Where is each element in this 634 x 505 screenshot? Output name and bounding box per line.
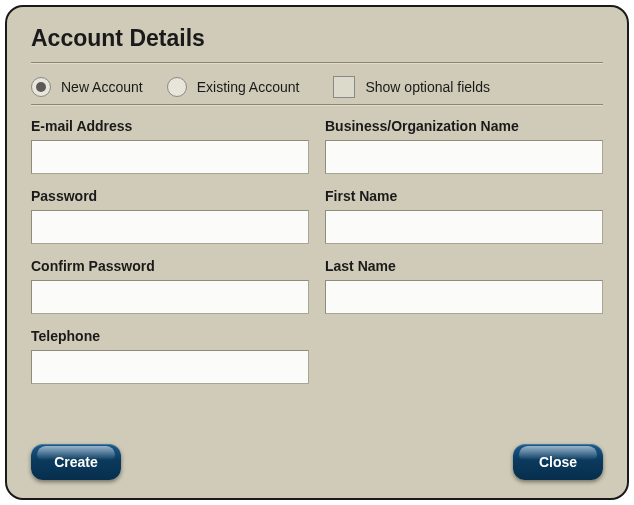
- input-first-name[interactable]: [325, 210, 603, 244]
- label-confirm-password: Confirm Password: [31, 258, 309, 274]
- input-email[interactable]: [31, 140, 309, 174]
- empty-cell: [325, 328, 603, 384]
- dialog-title: Account Details: [31, 25, 603, 52]
- field-first-name: First Name: [325, 188, 603, 244]
- checkbox-show-optional-label: Show optional fields: [365, 79, 490, 95]
- radio-existing-account-label: Existing Account: [197, 79, 300, 95]
- field-email: E-mail Address: [31, 118, 309, 174]
- radio-new-account-label: New Account: [61, 79, 143, 95]
- create-button[interactable]: Create: [31, 444, 121, 480]
- input-password[interactable]: [31, 210, 309, 244]
- close-button[interactable]: Close: [513, 444, 603, 480]
- label-first-name: First Name: [325, 188, 603, 204]
- account-details-dialog: Account Details New Account Existing Acc…: [5, 5, 629, 500]
- divider: [31, 104, 603, 106]
- label-password: Password: [31, 188, 309, 204]
- input-business[interactable]: [325, 140, 603, 174]
- radio-new-account[interactable]: [31, 77, 51, 97]
- field-last-name: Last Name: [325, 258, 603, 314]
- input-telephone[interactable]: [31, 350, 309, 384]
- label-email: E-mail Address: [31, 118, 309, 134]
- field-telephone: Telephone: [31, 328, 309, 384]
- field-confirm-password: Confirm Password: [31, 258, 309, 314]
- button-row: Create Close: [31, 444, 603, 480]
- field-business: Business/Organization Name: [325, 118, 603, 174]
- form-grid: E-mail Address Business/Organization Nam…: [31, 118, 603, 384]
- input-confirm-password[interactable]: [31, 280, 309, 314]
- divider: [31, 62, 603, 64]
- radio-existing-account[interactable]: [167, 77, 187, 97]
- options-row: New Account Existing Account Show option…: [31, 76, 603, 98]
- label-telephone: Telephone: [31, 328, 309, 344]
- field-password: Password: [31, 188, 309, 244]
- label-last-name: Last Name: [325, 258, 603, 274]
- input-last-name[interactable]: [325, 280, 603, 314]
- checkbox-show-optional[interactable]: [333, 76, 355, 98]
- label-business: Business/Organization Name: [325, 118, 603, 134]
